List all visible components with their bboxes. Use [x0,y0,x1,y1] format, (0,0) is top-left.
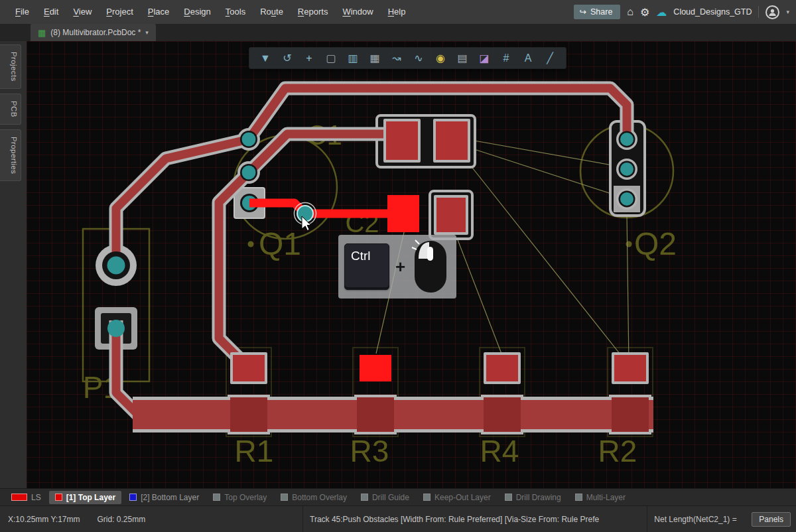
designator-q1: Q1 [259,226,301,261]
menu-window[interactable]: Window [335,0,380,24]
via-icon[interactable]: ◉ [434,53,446,64]
layer-color-swatch [281,494,288,501]
pad-p1-1 [107,257,125,275]
pad [612,397,649,432]
sidebar-tab-projects[interactable]: Projects [0,44,21,89]
document-tab-caret-icon[interactable]: ▾ [145,29,149,36]
menu-reports[interactable]: Reports [291,0,336,24]
altium-pcb-editor: FileEditViewProjectPlaceDesignToolsRoute… [0,0,796,532]
via [620,133,633,146]
line-icon[interactable]: ╱ [544,53,556,64]
menu-edit[interactable]: Edit [36,0,66,24]
layer-tab-label: Drill Guide [372,493,409,502]
designator-r4: R4 [480,434,519,468]
pad-c2-2 [435,196,467,233]
pin1-dot [248,241,254,247]
layer-tab-label: Multi-Layer [586,493,626,502]
pad [484,397,521,432]
cloud-icon[interactable]: ☁ [656,6,667,19]
document-tab-label: (8) Multivibrator.PcbDoc * [50,28,141,37]
select-area-icon[interactable]: ▢ [325,53,337,64]
pad-r4-2 [485,354,519,383]
designator-q2: Q2 [634,226,677,261]
crosshair-icon[interactable]: + [303,53,315,64]
layer-tab-multi-layer[interactable]: Multi-Layer [569,491,631,504]
divider [758,6,759,18]
layer-tab--2-bottom-layer[interactable]: [2] Bottom Layer [123,491,205,504]
menu-tools[interactable]: Tools [218,0,253,24]
layer-tab-label: Drill Drawing [516,493,561,502]
layer-stack-icon[interactable]: ▤ [456,53,468,64]
layer-color-swatch [213,494,220,501]
share-button[interactable]: ↪ Share [574,5,621,19]
via [620,163,633,176]
sidebar-tab-properties[interactable]: Properties [0,129,21,181]
cloud-project-label[interactable]: Cloud_Designs_GTD [673,7,752,17]
designator-r3: R3 [350,434,389,468]
layer-tab-label: Keep-Out Layer [434,493,491,502]
pad [357,397,394,432]
active-bar-toolbar: ▼↺+▢▥▦↝∿◉▤◪#A╱ [249,47,566,69]
status-bar: X:10.25mm Y:17mm Grid: 0.25mm Track 45:P… [0,505,796,532]
plus-sign: + [395,257,405,277]
layer-tab-label: [1] Top Layer [66,493,115,502]
interactive-route-icon[interactable]: ↝ [391,53,403,64]
layer-tab-ls[interactable]: LS [5,491,47,504]
unroute-icon[interactable]: ↺ [281,53,293,64]
panels-button[interactable]: Panels [752,512,791,527]
home-icon[interactable]: ⌂ [627,6,633,18]
layer-tab-keep-out-layer[interactable]: Keep-Out Layer [417,491,497,504]
menubar: FileEditViewProjectPlaceDesignToolsRoute… [0,0,796,24]
net-length-text: Net Length(NetC2_1) = [654,515,736,524]
menu-file[interactable]: File [8,0,36,24]
filter-icon[interactable]: ▼ [259,53,271,64]
pad-p1-2 [107,320,125,337]
ctrl-click-hint-popup: Ctrl + [338,235,456,299]
grid-setting: Grid: 0.25mm [98,515,146,524]
rule-check-icon[interactable]: ◪ [478,53,490,64]
mouse-icon [411,239,450,295]
layer-tab-bottom-overlay[interactable]: Bottom Overlay [275,491,353,504]
layer-tab-label: Top Overlay [224,493,267,502]
menubar-right: ↪ Share ⌂ ⚙ ☁ Cloud_Designs_GTD ▾ [574,5,790,19]
board-insight-icon[interactable]: ▥ [347,53,359,64]
cursor-coordinates: X:10.25mm Y:17mm [8,515,80,524]
share-label: Share [590,7,612,17]
layer-color-swatch [505,494,512,501]
component-place-icon[interactable]: ▦ [369,53,381,64]
menu-list: FileEditViewProjectPlaceDesignToolsRoute… [8,0,413,24]
designator-r1: R1 [235,434,274,468]
sidebar-tab-pcb[interactable]: PCB [0,94,21,125]
pad-r1-2 [232,354,266,383]
pad-c1-1 [385,120,419,161]
tune-length-icon[interactable]: ∿ [413,53,425,64]
layer-tab--1-top-layer[interactable]: [1] Top Layer [49,491,121,504]
menu-project[interactable]: Project [99,0,140,24]
pcb-canvas[interactable]: C1 C2 Q1 Q2 P1 R1 R3 R4 R2 [27,41,796,488]
measure-icon[interactable]: # [500,53,512,64]
document-tab[interactable]: ▦ (8) Multivibrator.PcbDoc * ▾ [31,24,156,41]
pad-r3-1-active [360,355,391,381]
left-panel-tabs: ProjectsPCBProperties [0,41,27,488]
user-menu-caret-icon[interactable]: ▾ [786,9,789,15]
designator-r2: R2 [598,434,637,468]
pcb-doc-icon: ▦ [38,28,46,38]
active-track [249,203,403,214]
gear-icon[interactable]: ⚙ [640,6,649,19]
via [242,133,256,147]
layer-color-swatch [361,494,368,501]
person-icon [768,8,777,17]
trace [116,139,249,265]
layer-tab-drill-guide[interactable]: Drill Guide [355,491,415,504]
via [242,166,256,180]
menu-place[interactable]: Place [141,0,177,24]
ctrl-key-label: Ctrl [351,249,371,263]
user-avatar-icon[interactable] [765,5,779,19]
layer-tab-drill-drawing[interactable]: Drill Drawing [499,491,567,504]
menu-help[interactable]: Help [381,0,413,24]
menu-route[interactable]: Route [253,0,291,24]
layer-tab-top-overlay[interactable]: Top Overlay [207,491,273,504]
menu-design[interactable]: Design [176,0,218,24]
text-string-icon[interactable]: A [522,53,534,64]
menu-view[interactable]: View [66,0,99,24]
